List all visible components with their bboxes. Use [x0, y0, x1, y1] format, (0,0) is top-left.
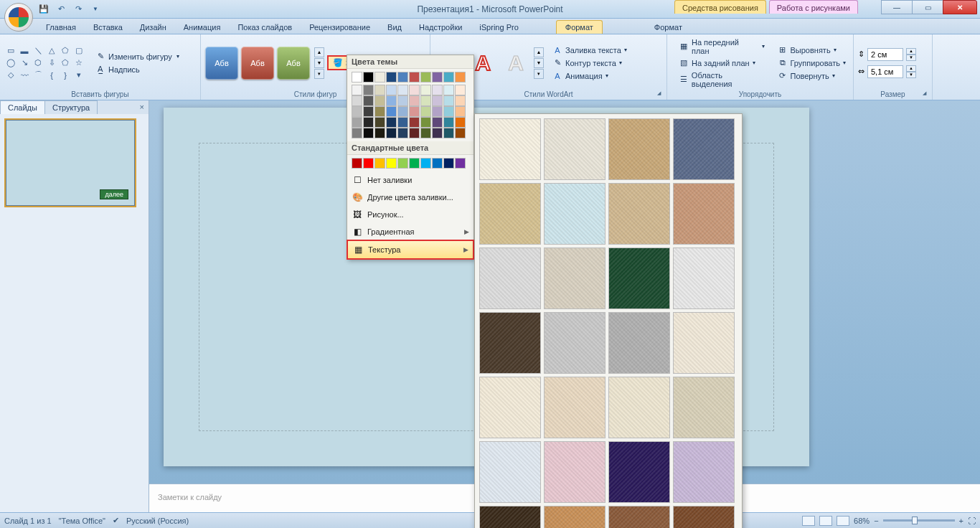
- theme-color-swatch[interactable]: [443, 128, 454, 138]
- tab-review[interactable]: Рецензирование: [301, 21, 379, 34]
- more-colors-item[interactable]: 🎨Другие цвета заливки...: [347, 189, 473, 206]
- group-button[interactable]: ⧉Группировать▾: [775, 57, 849, 70]
- theme-color-swatch[interactable]: [397, 106, 408, 117]
- panel-tab-slides[interactable]: Слайды: [0, 100, 45, 114]
- standard-color-swatch[interactable]: [386, 158, 397, 169]
- slide-thumbnail-1[interactable]: далее: [6, 120, 135, 206]
- standard-color-swatch[interactable]: [443, 158, 454, 169]
- panel-tab-outline[interactable]: Структура: [44, 100, 98, 114]
- standard-color-swatch[interactable]: [374, 158, 385, 169]
- wordart-style-3[interactable]: A: [501, 48, 531, 78]
- fit-to-window-button[interactable]: ⛶: [968, 517, 976, 525]
- theme-color-swatch[interactable]: [455, 72, 466, 82]
- style-scroll-up[interactable]: ▲: [314, 47, 324, 57]
- sorter-view-button[interactable]: [819, 516, 832, 526]
- tab-design[interactable]: Дизайн: [131, 21, 175, 34]
- zoom-slider[interactable]: [883, 519, 955, 522]
- tab-format-picture[interactable]: Формат: [646, 21, 691, 34]
- texture-swatch[interactable]: [479, 441, 541, 503]
- theme-color-swatch[interactable]: [455, 117, 466, 128]
- save-icon[interactable]: 💾: [37, 3, 50, 16]
- texture-swatch[interactable]: [479, 118, 541, 180]
- standard-color-swatch[interactable]: [363, 158, 374, 169]
- office-button[interactable]: [4, 3, 33, 32]
- texture-swatch[interactable]: [479, 248, 541, 309]
- theme-color-swatch[interactable]: [432, 106, 443, 117]
- texture-swatch[interactable]: [544, 506, 606, 528]
- theme-color-swatch[interactable]: [374, 117, 385, 128]
- texture-swatch[interactable]: [673, 441, 735, 503]
- standard-color-swatch[interactable]: [352, 158, 362, 169]
- theme-color-swatch[interactable]: [374, 106, 385, 117]
- theme-color-swatch[interactable]: [409, 95, 420, 106]
- theme-color-swatch[interactable]: [409, 72, 420, 82]
- tab-home[interactable]: Главная: [37, 21, 85, 34]
- normal-view-button[interactable]: [802, 516, 815, 526]
- width-down[interactable]: ▼: [906, 72, 916, 78]
- theme-color-swatch[interactable]: [420, 85, 431, 95]
- texture-swatch[interactable]: [544, 183, 606, 245]
- theme-color-swatch[interactable]: [352, 117, 362, 128]
- theme-color-swatch[interactable]: [443, 106, 454, 117]
- spellcheck-icon[interactable]: ✔: [113, 516, 119, 525]
- theme-color-swatch[interactable]: [363, 128, 374, 138]
- style-more[interactable]: ▾: [314, 69, 324, 79]
- picture-fill-item[interactable]: 🖼Рисунок...: [347, 206, 473, 223]
- panel-close-icon[interactable]: ×: [136, 100, 149, 114]
- theme-color-swatch[interactable]: [432, 85, 443, 95]
- theme-color-swatch[interactable]: [363, 106, 374, 117]
- tab-animation[interactable]: Анимация: [175, 21, 230, 34]
- texture-swatch[interactable]: [608, 377, 670, 438]
- texture-swatch[interactable]: [544, 377, 606, 438]
- theme-color-swatch[interactable]: [455, 128, 466, 138]
- theme-color-swatch[interactable]: [409, 85, 420, 95]
- text-effects-button[interactable]: AАнимация▾: [550, 70, 630, 82]
- contextual-tab-drawing[interactable]: Средства рисования: [674, 0, 766, 14]
- texture-swatch[interactable]: [608, 248, 670, 309]
- texture-swatch[interactable]: [544, 248, 606, 309]
- theme-color-swatch[interactable]: [352, 128, 362, 138]
- texture-swatch[interactable]: [608, 441, 670, 503]
- text-outline-button[interactable]: ✎Контур текста▾: [550, 57, 630, 70]
- text-fill-button[interactable]: AЗаливка текста▾: [550, 44, 630, 57]
- theme-color-swatch[interactable]: [455, 106, 466, 117]
- shape-style-2[interactable]: Абв: [241, 47, 274, 80]
- gradient-fill-item[interactable]: ◧Градиентная▶: [347, 223, 473, 240]
- zoom-in-button[interactable]: +: [959, 517, 963, 525]
- redo-icon[interactable]: ↷: [72, 3, 85, 16]
- texture-swatch[interactable]: [608, 183, 670, 245]
- theme-color-swatch[interactable]: [432, 117, 443, 128]
- theme-color-swatch[interactable]: [420, 117, 431, 128]
- theme-color-swatch[interactable]: [397, 128, 408, 138]
- minimize-button[interactable]: [881, 0, 913, 14]
- theme-color-swatch[interactable]: [420, 95, 431, 106]
- texture-swatch[interactable]: [673, 506, 735, 528]
- wa-scroll-down[interactable]: ▼: [534, 58, 544, 68]
- shape-style-1[interactable]: Абв: [205, 47, 238, 80]
- standard-color-swatch[interactable]: [397, 158, 408, 169]
- theme-color-swatch[interactable]: [455, 95, 466, 106]
- texture-swatch[interactable]: [673, 377, 735, 438]
- shape-style-3[interactable]: Абв: [277, 47, 310, 80]
- theme-color-swatch[interactable]: [409, 106, 420, 117]
- width-input[interactable]: 5,1 см: [867, 65, 903, 78]
- theme-color-swatch[interactable]: [352, 95, 362, 106]
- height-up[interactable]: ▲: [906, 48, 916, 55]
- theme-color-swatch[interactable]: [432, 72, 443, 82]
- theme-color-swatch[interactable]: [374, 95, 385, 106]
- texture-swatch[interactable]: [673, 118, 735, 180]
- theme-color-swatch[interactable]: [397, 95, 408, 106]
- texture-swatch[interactable]: [608, 312, 670, 374]
- undo-icon[interactable]: ↶: [55, 3, 67, 16]
- height-down[interactable]: ▼: [906, 55, 916, 61]
- theme-color-swatch[interactable]: [420, 106, 431, 117]
- no-fill-item[interactable]: ☐Нет заливки: [347, 171, 473, 189]
- close-button[interactable]: [943, 0, 977, 14]
- shapes-gallery[interactable]: ▭▬＼△⬠▢ ◯↘⬡⇩⬠☆ ◇〰⌒{}▾: [4, 45, 85, 81]
- status-language[interactable]: Русский (Россия): [126, 517, 189, 525]
- texture-swatch[interactable]: [608, 118, 670, 180]
- texture-swatch[interactable]: [479, 312, 541, 374]
- theme-color-swatch[interactable]: [409, 117, 420, 128]
- tab-addins[interactable]: Надстройки: [410, 21, 471, 34]
- theme-color-swatch[interactable]: [420, 128, 431, 138]
